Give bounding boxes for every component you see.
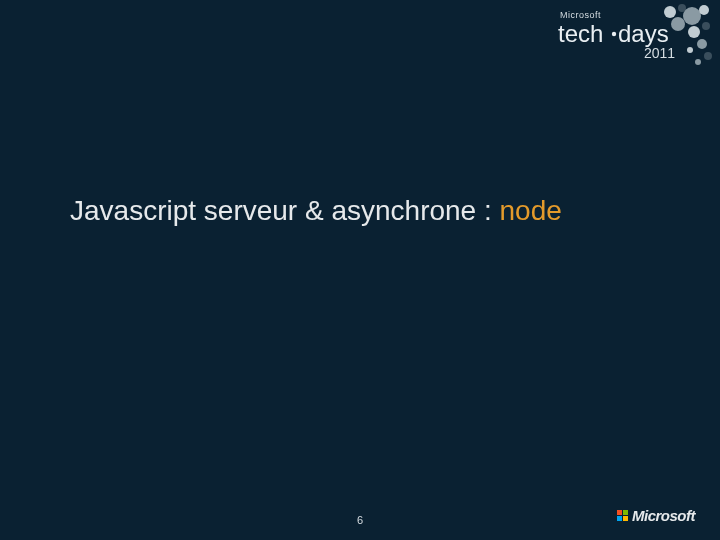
svg-point-4: [671, 17, 685, 31]
ms-footer-text: Microsoft: [632, 507, 697, 524]
svg-rect-12: [623, 510, 628, 515]
svg-rect-14: [623, 516, 628, 521]
svg-rect-13: [617, 516, 622, 521]
title-accent: node: [500, 195, 562, 226]
microsoft-footer-logo: Microsoft: [616, 506, 706, 528]
dot-icon: [612, 32, 616, 36]
techdays-logo: Microsoft tech days 2011: [522, 4, 712, 74]
brand-year-text: 2011: [644, 45, 675, 61]
svg-point-10: [695, 59, 701, 65]
slide: Microsoft tech days 2011 Javascript serv…: [0, 0, 720, 540]
brand-tech-text: tech: [558, 20, 603, 47]
svg-rect-11: [617, 510, 622, 515]
svg-point-6: [702, 22, 710, 30]
svg-point-7: [697, 39, 707, 49]
svg-point-2: [683, 7, 701, 25]
page-number: 6: [357, 514, 363, 526]
brand-small-text: Microsoft: [560, 10, 601, 20]
svg-point-8: [687, 47, 693, 53]
ms-flag-icon: [617, 510, 628, 521]
svg-point-9: [704, 52, 712, 60]
svg-point-3: [699, 5, 709, 15]
techdays-logo-svg: Microsoft tech days 2011: [522, 4, 712, 74]
svg-point-5: [688, 26, 700, 38]
title-prefix: Javascript serveur & asynchrone :: [70, 195, 500, 226]
svg-point-0: [664, 6, 676, 18]
slide-title: Javascript serveur & asynchrone : node: [70, 195, 562, 227]
brand-days-text: days: [618, 20, 669, 47]
